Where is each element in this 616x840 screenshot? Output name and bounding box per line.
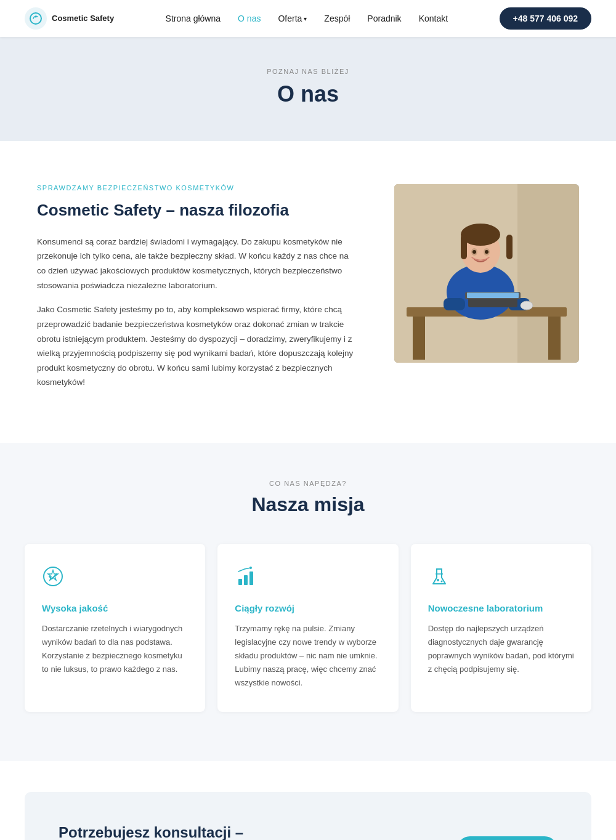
phone-button[interactable]: +48 577 406 092	[500, 7, 592, 30]
cta-text: Potrzebujesz konsultacji – umów się na s…	[59, 823, 243, 840]
hero-section: POZNAJ NAS BLIŻEJ O nas	[0, 37, 616, 141]
svg-rect-25	[244, 575, 248, 585]
card-laboratory-text: Dostęp do najlepszych urządzeń diagnosty…	[428, 622, 574, 676]
about-para-2: Jako Cosmetic Safety jesteśmy po to, aby…	[37, 302, 357, 390]
nav-oferta[interactable]: Oferta ▾	[278, 14, 307, 23]
svg-point-1	[35, 16, 37, 18]
card-development-title: Ciągły rozwój	[235, 603, 381, 613]
about-image	[394, 184, 579, 363]
svg-point-27	[249, 567, 252, 569]
svg-point-0	[30, 13, 41, 24]
oferta-dropdown-icon: ▾	[304, 15, 307, 22]
logo[interactable]: Cosmetic Safety	[25, 7, 114, 30]
cta-box: Potrzebujesz konsultacji – umów się na s…	[25, 792, 591, 840]
mission-title: Nasza misja	[25, 493, 591, 516]
svg-rect-24	[238, 579, 242, 585]
cta-heading: Potrzebujesz konsultacji – umów się na s…	[59, 823, 243, 840]
svg-point-16	[485, 250, 488, 254]
cta-section: Potrzebujesz konsultacji – umów się na s…	[0, 761, 616, 840]
card-development-text: Trzymamy rękę na pulsie. Zmiany legislac…	[235, 622, 381, 690]
about-text: SPRAWDZAMY BEZPIECZEŃSTWO KOSMETYKÓW Cos…	[37, 184, 357, 400]
svg-point-29	[437, 579, 439, 581]
svg-rect-19	[468, 298, 517, 307]
about-photo	[394, 184, 579, 363]
svg-rect-11	[461, 235, 467, 259]
svg-rect-26	[249, 571, 253, 585]
svg-point-15	[472, 250, 476, 254]
card-quality-text: Dostarczanie rzetelnych i wiarygodnych w…	[42, 622, 188, 676]
svg-rect-12	[506, 235, 513, 259]
svg-rect-17	[444, 298, 465, 310]
about-section: SPRAWDZAMY BEZPIECZEŃSTWO KOSMETYKÓW Cos…	[12, 141, 604, 443]
nav-poradnik[interactable]: Poradnik	[367, 14, 401, 23]
svg-point-30	[440, 581, 442, 583]
logo-text: Cosmetic Safety	[52, 14, 114, 23]
card-laboratory: Nowoczesne laboratorium Dostęp do najlep…	[411, 544, 591, 711]
nav-o-nas[interactable]: O nas	[238, 14, 261, 23]
main-nav: Strona główna O nas Oferta ▾ Zespół Pora…	[166, 14, 448, 23]
logo-icon	[25, 7, 47, 30]
about-tag: SPRAWDZAMY BEZPIECZEŃSTWO KOSMETYKÓW	[37, 184, 357, 192]
card-laboratory-title: Nowoczesne laboratorium	[428, 603, 574, 613]
svg-rect-6	[548, 317, 561, 360]
development-icon	[235, 565, 381, 592]
svg-point-22	[521, 301, 533, 310]
card-quality-title: Wysoka jakość	[42, 603, 188, 613]
cta-button[interactable]: Umów spotkanie	[457, 836, 557, 840]
site-header: Cosmetic Safety Strona główna O nas Ofer…	[0, 0, 616, 37]
hero-label: POZNAJ NAS BLIŻEJ	[25, 68, 591, 75]
card-quality: Wysoka jakość Dostarczanie rzetelnych i …	[25, 544, 205, 711]
cards-container: Wysoka jakość Dostarczanie rzetelnych i …	[25, 544, 591, 711]
nav-strona-glowna[interactable]: Strona główna	[166, 14, 221, 23]
hero-title: O nas	[25, 81, 591, 107]
svg-rect-21	[467, 293, 519, 298]
mission-label: CO NAS NAPĘDZA?	[25, 480, 591, 487]
about-para-1: Konsumenci są coraz bardziej świadomi i …	[37, 235, 357, 293]
svg-rect-5	[413, 317, 425, 360]
laboratory-icon	[428, 565, 574, 592]
card-development: Ciągły rozwój Trzymamy rękę na pulsie. Z…	[217, 544, 398, 711]
about-heading: Cosmetic Safety – nasza filozofia	[37, 200, 357, 221]
nav-kontakt[interactable]: Kontakt	[419, 14, 448, 23]
nav-zespol[interactable]: Zespół	[324, 14, 350, 23]
mission-section: CO NAS NAPĘDZA? Nasza misja Wysoka jakoś…	[0, 443, 616, 761]
quality-icon	[42, 565, 188, 592]
